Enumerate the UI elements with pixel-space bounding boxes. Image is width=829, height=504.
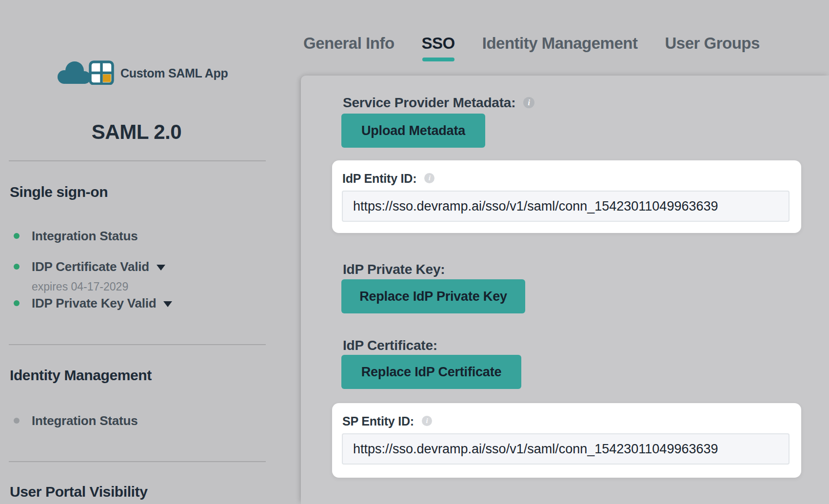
idp-entity-id-label-row: IdP Entity ID: i [342, 171, 434, 186]
sidebar-heading-identity-management: Identity Management [10, 367, 152, 384]
connector-title: SAML 2.0 [0, 122, 273, 142]
info-icon[interactable]: i [424, 173, 434, 183]
saml-connector-screen: Custom SAML App SAML 2.0 Single sign-on … [0, 0, 829, 504]
info-icon[interactable]: i [523, 97, 534, 108]
app-name: Custom SAML App [120, 67, 228, 79]
info-icon[interactable]: i [422, 416, 432, 426]
idp-entity-id-card: IdP Entity ID: i [332, 160, 801, 233]
sidebar-divider [9, 160, 266, 161]
tab-sso[interactable]: SSO [422, 34, 455, 53]
sidebar-item-idp-certificate-valid[interactable]: IDP Certificate Valid [14, 259, 165, 274]
sidebar-item-sso-integration-status: Integration Status [14, 229, 138, 243]
status-dot-green-icon [14, 233, 20, 239]
tab-identity-management[interactable]: Identity Management [482, 34, 638, 53]
upload-metadata-button[interactable]: Upload Metadata [341, 114, 485, 148]
sidebar-divider [9, 344, 266, 345]
sidebar-item-label: Integration Status [32, 413, 138, 428]
tab-bar: General Info SSO Identity Management Use… [303, 34, 760, 53]
custom-saml-app-logo-icon [55, 57, 116, 85]
replace-idp-certificate-button[interactable]: Replace IdP Certificate [341, 355, 521, 389]
tab-general-info[interactable]: General Info [303, 34, 395, 53]
replace-idp-private-key-button[interactable]: Replace IdP Private Key [341, 279, 525, 313]
sidebar-item-label: IDP Certificate Valid [32, 259, 149, 274]
logo-grid-accent-cell [103, 75, 111, 82]
idp-private-key-row: IdP Private Key: [343, 262, 445, 277]
idp-private-key-label: IdP Private Key: [343, 262, 445, 277]
tab-user-groups[interactable]: User Groups [665, 34, 759, 53]
sidebar-divider [9, 461, 266, 462]
sso-config-panel: Service Provider Metadata: i Upload Meta… [301, 76, 829, 504]
service-provider-metadata-label: Service Provider Metadata: [343, 95, 515, 111]
sidebar-item-label: IDP Private Key Valid [32, 296, 156, 310]
chevron-down-icon[interactable] [163, 301, 172, 307]
sidebar-item-im-integration-status: Integration Status [14, 413, 138, 428]
idp-entity-id-input[interactable] [342, 191, 790, 222]
sidebar-heading-single-sign-on: Single sign-on [10, 184, 108, 200]
sp-entity-id-card: SP Entity ID: i [332, 403, 801, 478]
status-dot-green-icon [14, 264, 20, 270]
idp-entity-id-label: IdP Entity ID: [342, 171, 416, 186]
idp-certificate-row: IdP Certificate: [343, 338, 437, 353]
chevron-down-icon[interactable] [157, 265, 165, 271]
sp-entity-id-label: SP Entity ID: [342, 414, 414, 428]
service-provider-metadata-row: Service Provider Metadata: i [343, 95, 534, 111]
sidebar-item-label: Integration Status [32, 229, 138, 243]
certificate-expiry-note: expires 04-17-2029 [32, 280, 128, 293]
status-dot-gray-icon [14, 418, 20, 424]
status-dot-green-icon [14, 300, 20, 306]
sidebar-item-idp-private-key-valid[interactable]: IDP Private Key Valid [14, 296, 172, 310]
sidebar-heading-user-portal-visibility: User Portal Visibility [10, 484, 147, 500]
idp-certificate-label: IdP Certificate: [343, 338, 437, 353]
sp-entity-id-input[interactable] [342, 433, 790, 465]
sp-entity-id-label-row: SP Entity ID: i [342, 414, 432, 428]
